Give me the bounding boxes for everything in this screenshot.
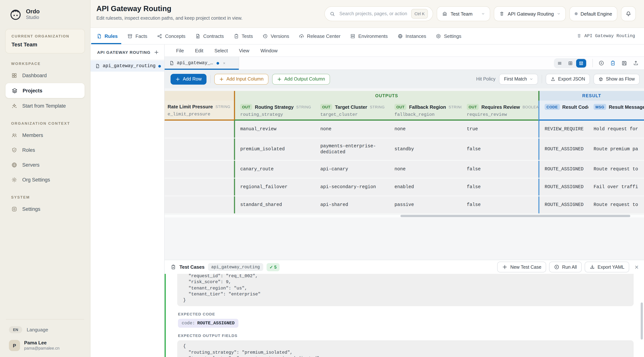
- add-output-column-button[interactable]: Add Output Column: [272, 74, 330, 84]
- cell-result-message[interactable]: Route premium pa: [588, 138, 644, 160]
- cell-fallback-region[interactable]: none: [389, 161, 462, 178]
- tab-facts[interactable]: Facts: [127, 28, 147, 44]
- tab-settings[interactable]: Settings: [436, 28, 462, 44]
- column-header-requires-review[interactable]: OUTRequires ReviewBOOLEAN requires_revie…: [462, 101, 538, 121]
- add-file-button[interactable]: [154, 50, 159, 55]
- sidebar-item-roles[interactable]: Roles: [5, 143, 85, 157]
- engine-selector[interactable]: Default Engine: [569, 6, 617, 21]
- cell-result-message[interactable]: Route request to: [588, 161, 644, 178]
- close-panel-icon[interactable]: ✕: [634, 264, 639, 270]
- column-header-fallback-region[interactable]: OUTFallback RegionSTRING fallback_region: [389, 101, 462, 121]
- tab-environments[interactable]: Environments: [350, 28, 388, 44]
- language-switcher[interactable]: EN Language: [9, 326, 90, 333]
- cell-fallback-region[interactable]: none: [389, 121, 462, 138]
- menu-view[interactable]: View: [239, 48, 249, 53]
- column-header-routing-strategy[interactable]: OUTRouting StrategySTRING routing_strate…: [234, 101, 315, 121]
- run-button[interactable]: [598, 60, 604, 66]
- user-menu[interactable]: P Pama Lee pama@pamalee.cn: [9, 340, 81, 351]
- cell-fallback-region[interactable]: enabled: [389, 179, 462, 196]
- cell-input[interactable]: [164, 121, 234, 138]
- cell-requires-review[interactable]: false: [462, 138, 538, 160]
- sidebar-item-start-from-template[interactable]: Start from Template: [5, 98, 85, 113]
- horizontal-scrollbar[interactable]: [164, 214, 644, 217]
- cell-result-message[interactable]: Route request to: [588, 196, 644, 213]
- cell-fallback-region[interactable]: passive: [389, 196, 462, 213]
- sidebar-item-settings[interactable]: Settings: [5, 201, 85, 216]
- validate-button[interactable]: [610, 60, 616, 66]
- cell-result-message[interactable]: Hold request for: [588, 121, 644, 138]
- cell-routing-strategy[interactable]: manual_review: [234, 121, 315, 138]
- global-search[interactable]: Ctrl K: [324, 6, 433, 21]
- tab-release-center[interactable]: Release Center: [299, 28, 340, 44]
- cell-target-cluster[interactable]: api-shared: [315, 196, 389, 213]
- project-selector[interactable]: API Gateway Routing: [494, 6, 566, 21]
- menu-window[interactable]: Window: [260, 48, 278, 53]
- cell-input[interactable]: [164, 138, 234, 160]
- column-header-rate-limit-pressure[interactable]: Rate Limit PressureSTRING e_limit_pressu…: [164, 101, 234, 121]
- menu-select[interactable]: Select: [214, 48, 228, 53]
- cell-input[interactable]: [164, 196, 234, 213]
- close-tab-icon[interactable]: ×: [223, 61, 226, 65]
- cell-requires-review[interactable]: false: [462, 179, 538, 196]
- cell-result-code[interactable]: ROUTE_ASSIGNED: [538, 161, 588, 178]
- cell-result-code[interactable]: ROUTE_ASSIGNED: [538, 196, 588, 213]
- cell-requires-review[interactable]: true: [462, 121, 538, 138]
- cell-target-cluster[interactable]: api-secondary-region: [315, 179, 389, 196]
- hit-policy-select[interactable]: First Match: [499, 74, 538, 84]
- sidebar-item-org-settings[interactable]: Org Settings: [5, 172, 85, 187]
- column-header-result-message[interactable]: MSGResult Message: [588, 101, 644, 121]
- search-input[interactable]: [339, 11, 408, 17]
- show-as-flow-button[interactable]: Show as Flow: [594, 74, 640, 84]
- save-button[interactable]: [622, 60, 627, 66]
- cell-requires-review[interactable]: false: [462, 161, 538, 178]
- cell-input[interactable]: [164, 161, 234, 178]
- cell-result-code[interactable]: ROUTE_ASSIGNED: [538, 138, 588, 160]
- export-json-button[interactable]: Export JSON: [546, 74, 590, 84]
- add-input-column-button[interactable]: Add Input Column: [214, 74, 268, 84]
- cell-routing-strategy[interactable]: canary_route: [234, 161, 315, 178]
- column-header-target-cluster[interactable]: OUTTarget ClusterSTRING target_cluster: [315, 101, 389, 121]
- tab-rules[interactable]: Rules: [96, 28, 118, 44]
- test-case-detail[interactable]: "request_id": "req_t_002", "risk_score":…: [164, 274, 644, 357]
- new-test-case-button[interactable]: New Test Case: [497, 262, 546, 272]
- export-yaml-button[interactable]: Export YAML: [585, 262, 629, 272]
- cell-result-code[interactable]: REVIEW_REQUIRE: [538, 121, 588, 138]
- team-selector[interactable]: Test Team: [437, 6, 490, 21]
- cell-target-cluster[interactable]: none: [315, 121, 389, 138]
- export-button[interactable]: [633, 60, 639, 66]
- view-list-button[interactable]: [555, 59, 565, 67]
- cell-result-code[interactable]: ROUTE_ASSIGNED: [538, 179, 588, 196]
- cell-target-cluster[interactable]: api-canary: [315, 161, 389, 178]
- notifications-button[interactable]: [621, 6, 636, 21]
- view-table-button[interactable]: [576, 59, 586, 67]
- cell-requires-review[interactable]: false: [462, 196, 538, 213]
- current-organization-card[interactable]: CURRENT ORGANIZATION Test Team: [5, 29, 85, 54]
- cell-input[interactable]: [164, 179, 234, 196]
- editor-tab-active[interactable]: api_gateway_… ×: [164, 57, 239, 69]
- vertical-scrollbar-thumb[interactable]: [641, 302, 643, 339]
- explorer-file-item[interactable]: api_gateway_routing: [90, 61, 164, 72]
- cell-target-cluster[interactable]: payments-enterprise-dedicated: [315, 138, 389, 160]
- cell-routing-strategy[interactable]: premium_isolated: [234, 138, 315, 160]
- expected-output-json[interactable]: { "routing_strategy": "premium_isolated"…: [177, 340, 634, 357]
- tab-contracts[interactable]: Contracts: [195, 28, 224, 44]
- cell-result-message[interactable]: Fail over traffi: [588, 179, 644, 196]
- tab-concepts[interactable]: Concepts: [157, 28, 186, 44]
- tab-instances[interactable]: Instances: [398, 28, 426, 44]
- test-input-json[interactable]: "request_id": "req_t_002", "risk_score":…: [177, 274, 634, 306]
- sidebar-item-projects[interactable]: Projects: [5, 83, 85, 98]
- sidebar-item-members[interactable]: Members: [5, 128, 85, 143]
- cell-routing-strategy[interactable]: standard_shared: [234, 196, 315, 213]
- cell-fallback-region[interactable]: standby: [389, 138, 462, 160]
- scrollbar-thumb[interactable]: [400, 215, 630, 217]
- view-grid-button[interactable]: [566, 59, 576, 67]
- menu-edit[interactable]: Edit: [195, 48, 203, 53]
- cell-routing-strategy[interactable]: regional_failover: [234, 179, 315, 196]
- tab-versions[interactable]: Versions: [262, 28, 289, 44]
- add-row-button[interactable]: Add Row: [170, 74, 206, 84]
- menu-file[interactable]: File: [176, 48, 184, 53]
- column-header-result-code[interactable]: CODEResult Code: [538, 101, 588, 121]
- run-all-button[interactable]: Run All: [549, 262, 582, 272]
- tab-tests[interactable]: Tests: [234, 28, 253, 44]
- sidebar-item-servers[interactable]: Servers: [5, 157, 85, 172]
